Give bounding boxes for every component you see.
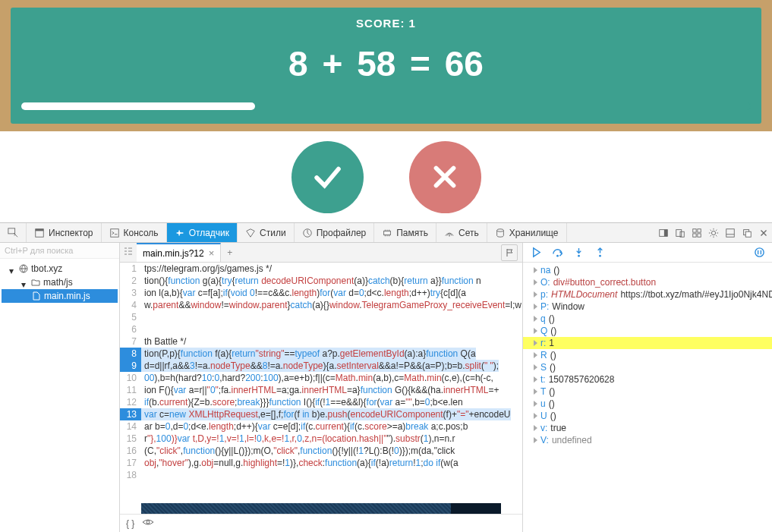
scope-variable[interactable]: U () [523, 410, 772, 422]
tab-styles[interactable]: Стили [238, 223, 295, 242]
line-gutter[interactable]: 13 [120, 408, 141, 420]
code-line[interactable]: 12if(b.current){Z=b.score;break}}}functi… [120, 396, 522, 408]
code-line[interactable]: 1000),b=h(hard?10:0,hard?200:100),a=e+b)… [120, 372, 522, 384]
tab-debugger[interactable]: Отладчик [167, 223, 238, 242]
scope-variable[interactable]: Q () [523, 325, 772, 337]
code-line[interactable]: 2tion(){function g(a){try{return decodeU… [120, 275, 522, 287]
step-over-button[interactable] [550, 246, 564, 260]
tab-storage[interactable]: Хранилище [487, 223, 567, 242]
code-line[interactable]: 4w.parent&&window!=window.parent}catch(a… [120, 299, 522, 311]
line-gutter[interactable]: 1 [120, 263, 141, 275]
code-line[interactable]: 18 [120, 469, 522, 481]
sources-search[interactable]: Ctrl+P для поиска [0, 243, 119, 259]
scope-variable[interactable]: S () [523, 361, 772, 373]
scope-variable[interactable]: na () [523, 264, 772, 276]
scope-variable[interactable]: V: undefined [523, 434, 772, 446]
no-auto-hide-button[interactable] [688, 228, 705, 238]
blackbox-toggle[interactable] [501, 244, 518, 261]
tab-inspector[interactable]: Инспектор [27, 223, 102, 242]
dock-side-button[interactable] [655, 228, 672, 238]
line-gutter[interactable]: 3 [120, 287, 141, 299]
svg-point-8 [496, 228, 503, 231]
tab-profiler[interactable]: Профайлер [295, 223, 375, 242]
tree-host[interactable]: ▾ tbot.xyz [2, 262, 118, 275]
line-gutter[interactable]: 7 [120, 335, 141, 348]
pause-on-exceptions-button[interactable] [752, 246, 766, 260]
code-line[interactable]: 5 [120, 311, 522, 323]
scope-variable[interactable]: R () [523, 349, 772, 361]
popout-icon [742, 228, 752, 238]
line-gutter[interactable]: 14 [120, 420, 141, 433]
scope-variable[interactable]: r: 1 [523, 337, 772, 349]
code-line[interactable]: 14ar b=0,d=0;d<e.length;d++){var c=e[d];… [120, 420, 522, 433]
scope-variable[interactable]: P: Window [523, 301, 772, 313]
line-gutter[interactable]: 6 [120, 323, 141, 335]
toggle-split-console[interactable] [722, 228, 739, 238]
tab-memory[interactable]: Память [374, 223, 436, 242]
code-editor[interactable]: 1tps://telegram.org/js/games.js */2tion(… [120, 263, 522, 503]
tab-network[interactable]: Сеть [436, 223, 487, 242]
scope-variable[interactable]: p: HTMLDocument https://tbot.xyz/math/#e… [523, 288, 772, 301]
code-text: r"},100)}var t,D,y=!1,v=!1,l=!0,k,e=!1,r… [141, 433, 455, 445]
scope-variable[interactable]: u () [523, 398, 772, 410]
code-line[interactable]: 8tion(P,p){function f(a){return"string"=… [120, 348, 522, 360]
tab-memory-label: Память [396, 228, 428, 238]
scope-value: () [550, 350, 556, 360]
editor-file-tab[interactable]: main.min.js?12 × [137, 243, 221, 262]
new-tab-button[interactable]: + [221, 247, 238, 258]
code-line[interactable]: 17obj,"hover"),g.obj=null,g.highlight=!1… [120, 457, 522, 469]
resume-button[interactable] [529, 246, 543, 260]
outline-toggle[interactable] [120, 246, 137, 259]
grid-icon [692, 228, 702, 238]
responsive-mode-button[interactable] [672, 228, 688, 238]
line-gutter[interactable]: 8 [120, 348, 141, 360]
line-gutter[interactable]: 10 [120, 372, 141, 384]
prettify-button[interactable]: { } [126, 518, 134, 529]
code-line[interactable]: 15r"},100)}var t,D,y=!1,v=!1,l=!0,k,e=!1… [120, 433, 522, 445]
close-devtools-button[interactable] [755, 228, 772, 238]
scope-variable[interactable]: q () [523, 313, 772, 325]
line-gutter[interactable]: 16 [120, 445, 141, 457]
code-line[interactable]: 1tps://telegram.org/js/games.js */ [120, 263, 522, 275]
button-wrong[interactable] [409, 141, 481, 213]
line-gutter[interactable]: 5 [120, 311, 141, 323]
scope-variable[interactable]: t: 1507857620628 [523, 373, 772, 386]
step-out-button[interactable] [593, 246, 607, 260]
button-correct[interactable] [291, 141, 364, 213]
scope-variable[interactable]: O: div#button_correct.button [523, 276, 772, 288]
scrollbar-thumb[interactable] [141, 503, 451, 514]
code-line[interactable]: 11ion F(){var a=r||"0";fa.innerHTML=a;ga… [120, 384, 522, 396]
eq-a: 8 [288, 44, 308, 83]
settings-button[interactable] [705, 228, 722, 238]
profiler-icon [302, 228, 313, 238]
tree-folder[interactable]: ▾ math/js [2, 275, 118, 289]
score-value: 1 [409, 17, 416, 30]
watch-button[interactable] [142, 518, 154, 529]
line-gutter[interactable]: 4 [120, 299, 141, 311]
tree-file[interactable]: main.min.js [2, 289, 118, 303]
code-line[interactable]: 16(C,"click",function(){y||L()});m(O,"cl… [120, 445, 522, 457]
twisty-icon [534, 352, 537, 358]
popup-button[interactable] [739, 228, 755, 238]
line-gutter[interactable]: 15 [120, 433, 141, 445]
code-line[interactable]: 7th Battle */ [120, 335, 522, 348]
code-line[interactable]: 9d=d||rf,a&&3!=a.nodeType&&8!=a.nodeType… [120, 360, 522, 372]
svg-rect-21 [745, 231, 751, 237]
scope-variable[interactable]: v: true [523, 422, 772, 434]
line-gutter[interactable]: 2 [120, 275, 141, 287]
code-line[interactable]: 13var c=new XMLHttpRequest,e=[],f;for(f … [120, 408, 522, 420]
close-tab-button[interactable]: × [209, 247, 215, 259]
code-line[interactable]: 6 [120, 323, 522, 335]
line-gutter[interactable]: 17 [120, 457, 141, 469]
scope-variable[interactable]: T () [523, 386, 772, 398]
scope-variables[interactable]: na ()O: div#button_correct.buttonp: HTML… [523, 263, 772, 532]
horizontal-scrollbar[interactable] [141, 503, 501, 514]
pick-element-button[interactable] [0, 223, 27, 242]
line-gutter[interactable]: 9 [120, 360, 141, 372]
line-gutter[interactable]: 12 [120, 396, 141, 408]
code-line[interactable]: 3ion l(a,b){var c=f[a];if(void 0!==c&&c.… [120, 287, 522, 299]
line-gutter[interactable]: 11 [120, 384, 141, 396]
step-in-button[interactable] [572, 246, 585, 260]
line-gutter[interactable]: 18 [120, 469, 141, 481]
tab-console[interactable]: Консоль [102, 223, 167, 242]
